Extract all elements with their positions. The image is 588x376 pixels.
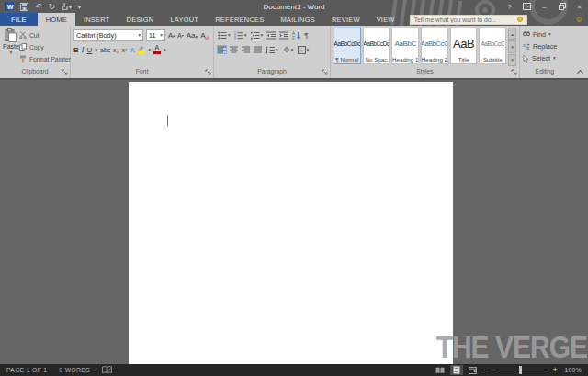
highlight-color-button[interactable]	[138, 45, 145, 54]
align-center-button[interactable]	[229, 45, 239, 54]
select-button[interactable]: Select ▾	[523, 52, 567, 64]
style-card-no-spacing[interactable]: AaBbCcDc ¶ No Spac...	[363, 28, 390, 64]
strikethrough-button[interactable]: abc	[100, 46, 110, 54]
tab-references[interactable]: REFERENCES	[207, 13, 272, 26]
tab-insert[interactable]: INSERT	[75, 13, 119, 26]
minimize-button[interactable]: –	[536, 0, 553, 13]
replace-button[interactable]: a b Replace	[523, 40, 567, 52]
feedback-smiley-icon[interactable]: ☺	[575, 16, 583, 24]
format-painter-button[interactable]: Format Painter	[19, 53, 71, 64]
font-color-button[interactable]: A	[153, 45, 161, 54]
clear-formatting-button[interactable]: A	[200, 31, 209, 40]
show-formatting-marks-button[interactable]: ¶	[303, 30, 309, 40]
clipboard-dialog-launcher-icon[interactable]	[62, 69, 68, 75]
qat-customize-icon[interactable]: ▾	[78, 4, 81, 10]
save-icon[interactable]	[20, 3, 28, 11]
touch-hand-icon	[62, 3, 68, 10]
change-case-button[interactable]: Aa▾	[187, 31, 198, 40]
font-dialog-launcher-icon[interactable]	[205, 69, 211, 75]
style-card-normal[interactable]: AaBbCcDc ¶ Normal	[334, 28, 361, 64]
ribbon-display-icon	[523, 3, 531, 10]
proofing-status-icon[interactable]	[102, 366, 112, 374]
increase-indent-button[interactable]	[278, 30, 289, 40]
tab-layout[interactable]: LAYOUT	[163, 13, 208, 26]
paste-button[interactable]: Paste ▾	[3, 28, 19, 66]
line-spacing-button[interactable]: ▾	[265, 45, 279, 55]
tab-file[interactable]: FILE	[0, 13, 38, 26]
paragraph-dialog-launcher-icon[interactable]	[322, 69, 328, 75]
zoom-slider-thumb[interactable]	[519, 366, 522, 374]
bullets-icon	[218, 31, 227, 40]
paste-dropdown: ▾	[10, 51, 13, 55]
zoom-slider[interactable]	[494, 370, 546, 370]
tab-view[interactable]: VIEW	[368, 13, 403, 26]
shading-button[interactable]: ▾	[281, 45, 295, 55]
style-card-heading1[interactable]: AaBbC Heading 1	[391, 28, 419, 64]
grow-font-button[interactable]: A▴	[168, 31, 175, 40]
styles-more-button[interactable]: ▾	[508, 54, 516, 66]
restore-button[interactable]	[553, 0, 571, 13]
style-name: Heading 2	[422, 56, 447, 63]
zoom-out-button[interactable]: −	[483, 366, 489, 374]
align-right-button[interactable]	[241, 45, 251, 54]
style-card-subtitle[interactable]: AaBbCcC Subtitle	[479, 28, 506, 64]
highlight-dropdown[interactable]: ▾	[148, 48, 151, 52]
ribbon-display-options-button[interactable]	[518, 0, 536, 13]
zoom-level-indicator[interactable]: 100%	[561, 367, 582, 373]
font-name-combobox[interactable]: Calibri (Body) ▾	[74, 29, 143, 41]
decrease-indent-button[interactable]	[266, 30, 277, 40]
multilevel-list-button[interactable]: ▾	[250, 30, 265, 40]
bold-button[interactable]: B	[74, 46, 79, 54]
tab-design[interactable]: DESIGN	[119, 13, 163, 26]
zoom-in-button[interactable]: +	[552, 366, 558, 374]
superscript-button[interactable]: x²	[122, 46, 128, 54]
style-card-heading2[interactable]: AaBbCcC Heading 2	[421, 28, 448, 64]
print-layout-button[interactable]	[450, 365, 463, 375]
style-card-title[interactable]: AaB Title	[450, 28, 478, 64]
copy-button[interactable]: Copy	[19, 41, 71, 52]
underline-dropdown[interactable]: ▾	[95, 48, 97, 52]
redo-icon[interactable]: ↻	[49, 3, 56, 11]
shrink-font-button[interactable]: A▾	[177, 31, 183, 40]
word-logo-icon: W	[5, 2, 14, 11]
style-name: Title	[458, 56, 469, 63]
styles-gallery-scroll: ▴ ▾ ▾	[508, 28, 516, 66]
sort-button[interactable]: A Z	[291, 30, 301, 40]
styles-scroll-up-button[interactable]: ▴	[508, 28, 516, 40]
read-mode-button[interactable]	[434, 365, 447, 375]
cut-button[interactable]: Cut	[19, 29, 71, 40]
undo-icon[interactable]: ↶	[35, 3, 42, 11]
font-name-value: Calibri (Body)	[76, 31, 117, 40]
web-layout-button[interactable]	[467, 365, 480, 375]
styles-dialog-launcher-icon[interactable]	[511, 69, 517, 75]
tab-home[interactable]: HOME	[38, 13, 75, 26]
subscript-button[interactable]: x₂	[113, 46, 119, 54]
text-effects-button[interactable]: A	[130, 46, 135, 54]
numbering-icon: 1 2 3	[234, 31, 243, 40]
style-sample: AaBbCcDc	[334, 30, 361, 56]
numbering-button[interactable]: 1 2 3 ▾	[233, 30, 248, 40]
touch-mode-button[interactable]: ▾	[62, 3, 72, 10]
tab-review[interactable]: REVIEW	[323, 13, 368, 26]
styles-scroll-down-button[interactable]: ▾	[508, 40, 516, 52]
justify-button[interactable]	[253, 45, 263, 54]
borders-button[interactable]: ▾	[297, 45, 311, 55]
svg-text:a: a	[523, 43, 526, 48]
tab-mailings[interactable]: MAILINGS	[272, 13, 322, 26]
help-button[interactable]: ?	[501, 0, 518, 13]
document-page[interactable]	[129, 82, 453, 364]
font-size-combobox[interactable]: 11 ▾	[146, 29, 165, 41]
page-count-indicator[interactable]: PAGE 1 OF 1	[6, 367, 47, 373]
italic-button[interactable]: I	[82, 46, 85, 54]
font-color-dropdown[interactable]: ▾	[164, 48, 166, 52]
collapse-ribbon-button[interactable]	[578, 69, 583, 74]
underline-button[interactable]: U	[86, 46, 92, 54]
align-left-button[interactable]	[217, 45, 227, 54]
style-sample: AaB	[453, 30, 474, 56]
tell-me-input[interactable]	[414, 17, 517, 23]
find-button[interactable]: Find ▾	[523, 28, 567, 40]
bullets-button[interactable]: ▾	[217, 30, 232, 40]
tell-me-box[interactable]	[410, 15, 527, 25]
close-button[interactable]: ×	[571, 0, 588, 13]
word-count-indicator[interactable]: 0 WORDS	[59, 367, 90, 373]
